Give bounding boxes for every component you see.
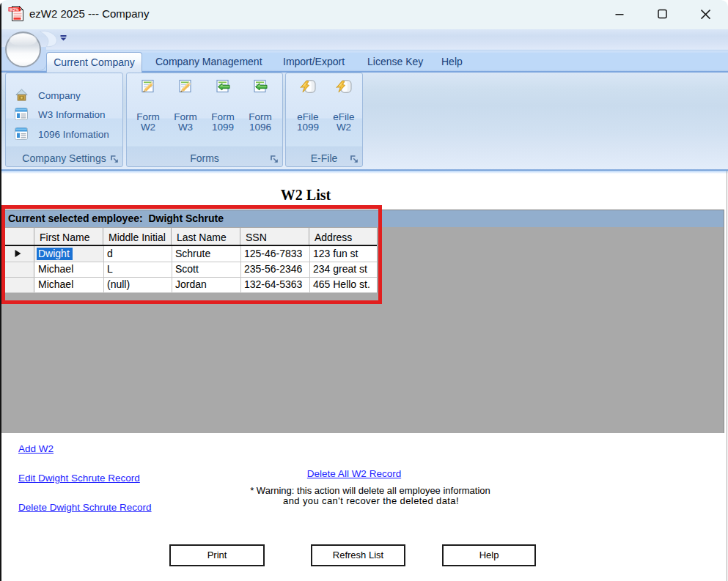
svg-text:W2%: W2% — [10, 7, 19, 12]
